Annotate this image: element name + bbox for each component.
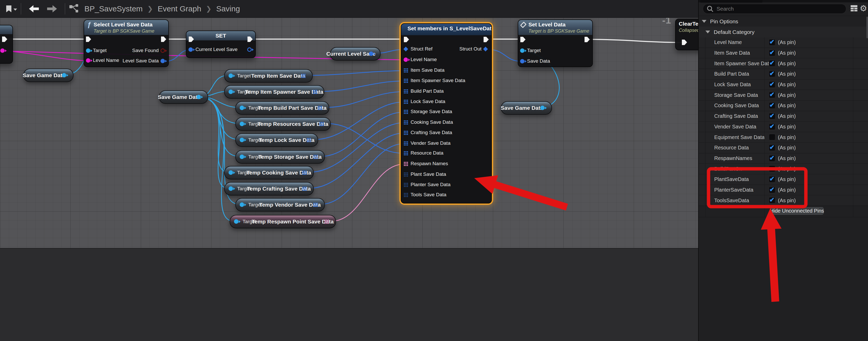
- as-pin-checkbox[interactable]: ✔: [769, 187, 775, 193]
- pill-target-pin[interactable]: [228, 170, 233, 175]
- struct-crafting-save-data-pin[interactable]: [404, 131, 408, 135]
- struct-vender-save-data-pin[interactable]: [404, 142, 408, 146]
- set-level-data-save-data-pin[interactable]: [520, 59, 525, 63]
- struct-respawn-names-pin[interactable]: [404, 162, 408, 166]
- pill-output-pin[interactable]: [369, 52, 373, 56]
- pill-output-pin[interactable]: [313, 155, 318, 159]
- struct-item-spawner-save-data-pin[interactable]: [404, 79, 408, 83]
- pill-output-pin[interactable]: [318, 106, 322, 110]
- struct-item-save-data-pin[interactable]: [404, 68, 408, 72]
- set-level-data-exec-in[interactable]: [520, 37, 526, 42]
- node-temp-cooking-save-data[interactable]: TargetTemp Cooking Save Data: [224, 166, 314, 180]
- back-arrow-icon[interactable]: [29, 5, 39, 12]
- as-pin-checkbox[interactable]: ✔: [769, 145, 775, 151]
- set-level-data-target-pin[interactable]: [520, 49, 525, 53]
- pill-target-pin[interactable]: [240, 203, 244, 207]
- set-current-level-save-pin[interactable]: [188, 48, 193, 52]
- pill-output-pin[interactable]: [324, 220, 329, 224]
- pill-output-pin[interactable]: [540, 106, 545, 110]
- table-view-icon[interactable]: [850, 4, 858, 12]
- as-pin-checkbox[interactable]: ✔: [769, 197, 775, 204]
- struct-level-name-pin[interactable]: [404, 58, 408, 62]
- select-level-save-data-out-pin[interactable]: [160, 59, 165, 63]
- struct-build-part-data-pin[interactable]: [404, 89, 408, 93]
- pill-target-pin[interactable]: [234, 219, 239, 224]
- node-temp-vendor-save-data[interactable]: TargetTemp Vendor Save Data: [235, 198, 325, 212]
- node-current-level-save[interactable]: Current Level Save: [330, 47, 380, 61]
- node-temp-build-part-save-data[interactable]: TargetTemp Build Part Save Data: [235, 101, 329, 115]
- struct-exec-in[interactable]: [404, 37, 409, 42]
- collapse-triangle-icon[interactable]: [706, 31, 710, 33]
- node-temp-item-save-data[interactable]: TargetTemp Item Save Data: [224, 69, 313, 83]
- bookmark-dropdown-icon[interactable]: [13, 8, 17, 11]
- node-temp-crafting-save-data[interactable]: TargetTemp Crafting Save Data: [224, 182, 314, 195]
- node-save-game-data-2[interactable]: Save Game Data: [159, 90, 208, 104]
- as-pin-checkbox[interactable]: [769, 165, 775, 172]
- struct-cooking-save-data-pin[interactable]: [404, 120, 408, 125]
- node-save-game-data-3[interactable]: Save Game Data: [501, 101, 552, 115]
- pill-output-pin[interactable]: [302, 170, 307, 175]
- as-pin-checkbox[interactable]: ✔: [769, 92, 775, 98]
- hide-unconnected-pins-button[interactable]: Hide Unconnected Pins: [770, 207, 824, 215]
- node-temp-storage-save-data[interactable]: TargetTemp Storage Save Data: [235, 150, 325, 164]
- struct-plant-save-data-pin[interactable]: [404, 173, 408, 177]
- clear-temp-exec-in[interactable]: [682, 40, 687, 45]
- pill-target-pin[interactable]: [240, 138, 244, 142]
- struct-lock-save-data-pin[interactable]: [404, 100, 408, 104]
- struct-tools-save-data-pin[interactable]: [404, 193, 408, 197]
- scrollbar-thumb[interactable]: [866, 17, 868, 38]
- struct-resource-data-pin[interactable]: [404, 151, 408, 155]
- struct-storage-save-data-pin[interactable]: [404, 110, 408, 114]
- as-pin-checkbox[interactable]: ✔: [769, 155, 775, 161]
- as-pin-checkbox[interactable]: ✔: [769, 113, 775, 119]
- select-target-pin[interactable]: [86, 49, 90, 53]
- clipped-node-name-out[interactable]: [0, 49, 5, 53]
- node-temp-respawn-point-save-data[interactable]: TargetTemp Respawn Point Save Data: [229, 215, 336, 228]
- struct-planter-save-data-pin[interactable]: [404, 183, 408, 187]
- collapse-triangle-icon[interactable]: [702, 20, 707, 23]
- pill-output-pin[interactable]: [62, 73, 66, 78]
- pill-target-pin[interactable]: [240, 122, 244, 126]
- node-temp-resources-save-data[interactable]: TargetTemp Resources Save Data: [235, 117, 331, 131]
- pill-output-pin[interactable]: [319, 122, 323, 126]
- pill-target-pin[interactable]: [228, 73, 233, 78]
- as-pin-checkbox[interactable]: ✔: [769, 60, 775, 66]
- as-pin-checkbox[interactable]: ✔: [769, 39, 775, 45]
- node-save-game-data-1[interactable]: Save Game Data: [23, 69, 73, 82]
- select-exec-out[interactable]: [161, 36, 166, 42]
- set-exec-out[interactable]: [247, 36, 253, 42]
- pill-output-pin[interactable]: [196, 95, 201, 99]
- clipped-node-exec-out[interactable]: [2, 36, 7, 42]
- pill-output-pin[interactable]: [307, 138, 311, 142]
- pill-output-pin[interactable]: [313, 203, 318, 207]
- pill-target-pin[interactable]: [228, 90, 233, 94]
- breadcrumb-item-event-graph[interactable]: Event Graph: [158, 4, 201, 13]
- as-pin-checkbox[interactable]: ✔: [769, 81, 775, 88]
- node-clipped-left-node[interactable]: [0, 25, 13, 64]
- select-save-found-pin[interactable]: [160, 49, 165, 53]
- section-default-category[interactable]: Default Category: [699, 27, 868, 37]
- pill-output-pin[interactable]: [301, 74, 306, 78]
- node-temp-lock-save-data[interactable]: TargetTemp Lock Save Data: [235, 133, 318, 147]
- set-level-data-exec-out[interactable]: [585, 37, 590, 42]
- node-set-current-level-save[interactable]: SET: [186, 31, 256, 58]
- pill-output-pin[interactable]: [302, 187, 307, 191]
- struct-ref-pin[interactable]: [404, 48, 407, 51]
- gear-icon[interactable]: ⚙: [860, 4, 868, 12]
- as-pin-checkbox[interactable]: ✔: [769, 176, 775, 183]
- struct-out-pin[interactable]: [484, 48, 487, 51]
- event-graph-canvas[interactable]: Zoom -1 ƒSelect Level Save DataTarget is…: [0, 0, 698, 248]
- breadcrumb-item-saving[interactable]: Saving: [216, 4, 240, 13]
- as-pin-checkbox[interactable]: ✔: [769, 102, 775, 109]
- as-pin-checkbox[interactable]: ✔: [769, 50, 775, 56]
- select-exec-in[interactable]: [86, 36, 91, 42]
- struct-exec-out[interactable]: [484, 37, 489, 42]
- as-pin-checkbox[interactable]: ✔: [769, 124, 775, 130]
- as-pin-checkbox[interactable]: [769, 134, 775, 140]
- section-pin-options[interactable]: Pin Options: [699, 16, 868, 27]
- set-output-pin[interactable]: [247, 48, 252, 52]
- breadcrumb-item-bp-savesystem[interactable]: BP_SaveSystem: [84, 4, 143, 13]
- search-input[interactable]: Search: [703, 4, 846, 14]
- pill-target-pin[interactable]: [228, 186, 233, 191]
- as-pin-checkbox[interactable]: ✔: [769, 71, 775, 77]
